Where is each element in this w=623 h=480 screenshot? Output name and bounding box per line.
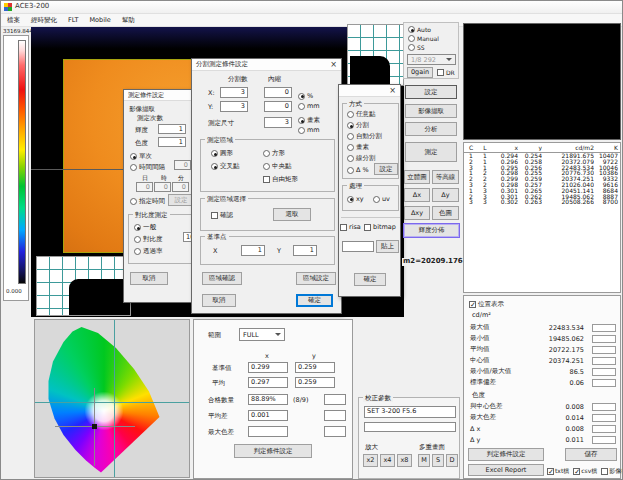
multi-s-button[interactable]: S [432,454,444,467]
menu-flt[interactable]: FLT [68,16,78,24]
luminance-dist-button[interactable]: 輝度分佈 [403,223,460,238]
radio-inset-percent[interactable]: % [298,92,313,100]
capture-button[interactable]: 影像擷取 [405,104,457,118]
dialog-measure-title[interactable]: 測定條件設定 [124,90,197,101]
radio-line-split[interactable]: 線分割 [347,154,376,163]
minute-field[interactable]: 0 [172,182,189,192]
radio-single[interactable]: 單次 [130,152,152,161]
dialog-split-title[interactable]: 分割測定條件設定 [192,59,341,71]
pick-button[interactable]: 選取 [273,208,311,221]
range-dropdown[interactable]: FULL [239,328,285,341]
contour-button[interactable]: 等高線 [432,170,459,184]
judge-settings-button[interactable]: 判定條件設定 [468,448,544,461]
colormap-button[interactable]: 色圖 [432,206,459,220]
checkbox-risa[interactable]: risa [340,223,361,231]
measure-cancel-button[interactable]: 取消 [130,272,168,285]
checkbox-csv-icon[interactable]: ✓ [573,468,580,475]
stat-label: 最大色差 [470,413,532,422]
zoom-x4-button[interactable]: x4 [380,454,395,467]
radio-pixel[interactable]: 畫素 [347,143,369,152]
paste-field[interactable] [342,241,374,252]
save-button[interactable]: 儲存 [565,448,617,461]
base-x-field[interactable]: 1 [241,245,265,256]
delta-y-button[interactable]: Δy [432,188,459,202]
zoom-x8-button[interactable]: x8 [397,454,412,467]
radio-square[interactable]: 方形 [263,149,285,158]
ref-x-field[interactable]: 0.299 [248,362,288,373]
analyze-button[interactable]: 分析 [405,122,457,136]
area-confirm-button[interactable]: 區域確認 [202,272,242,285]
close-icon[interactable]: × [386,86,399,96]
radio-scheduled[interactable]: 指定時間 [130,197,165,206]
measure-button[interactable]: 測定 [405,142,457,162]
radio-normal[interactable]: 一般 [134,223,156,232]
x-div-field[interactable]: 3 [220,87,248,98]
delta-x-button[interactable]: Δx [404,188,430,202]
close-icon[interactable]: × [327,60,340,70]
split-cancel-button[interactable]: 取消 [202,294,236,307]
area-set-button[interactable]: 區域設定 [296,272,336,285]
x-inset-field[interactable]: 0 [264,87,292,98]
view3d-button[interactable]: 立體圖 [404,170,430,184]
cie-diagram-panel[interactable] [34,319,190,478]
table-row[interactable]: 330.3020.26320508.2668700 [464,199,620,205]
ref-y-field[interactable]: 0.259 [295,362,335,373]
base-y-field[interactable]: 1 [293,245,317,256]
method-set-button[interactable]: 設定 [374,163,398,175]
col-k: K [594,144,620,151]
checkbox-txt-icon[interactable]: ✓ [547,468,554,475]
radio-auto-split[interactable]: 自動分割 [347,132,382,141]
radio-circle[interactable]: 圓形 [211,149,233,158]
checkbox-position-display[interactable]: ✓ 位置表示 [469,300,504,309]
radio-interval[interactable]: 時間間隔 [130,163,165,172]
day-field[interactable]: 0 [136,182,153,192]
multi-m-button[interactable]: M [418,454,430,467]
radio-center-point[interactable]: 中央點 [263,162,292,171]
menu-mobile[interactable]: Mobile [89,16,110,24]
menu-temporal-change[interactable]: 經時變化 [31,16,57,25]
set-button[interactable]: 設定 [405,85,457,99]
radio-ss[interactable]: SS [408,44,425,51]
shutter-dropdown[interactable]: 1/8 292 [407,54,456,65]
delta-xy-button[interactable]: Δxy [404,206,430,220]
paste-button[interactable]: 貼上 [376,240,399,253]
gain-button[interactable]: 0gain [407,67,433,78]
menu-file[interactable]: 檔案 [7,16,20,25]
checkbox-dr[interactable]: DR [437,69,455,76]
radio-split[interactable]: 分割 [347,121,369,130]
hour-field[interactable]: 0 [154,182,171,192]
radio-manual[interactable]: Manual [408,35,439,42]
calib-set-field[interactable]: SET 3-200 F5.6 [364,406,456,418]
avg-y-field[interactable]: 0.259 [295,377,335,388]
checkbox-confirm[interactable]: 確認 [211,211,233,220]
checkbox-free-rect[interactable]: 自由矩形 [263,175,298,184]
radio-uv[interactable]: uv [373,195,390,203]
split-ok-button[interactable]: 確定 [296,294,333,307]
avg-x-field[interactable]: 0.297 [248,377,288,388]
multi-d-button[interactable]: D [446,454,458,467]
lum-count-field[interactable]: 1 [158,124,186,134]
zoom-x2-button[interactable]: x2 [363,454,378,467]
radio-cross-point[interactable]: 交叉點 [211,162,240,171]
radio-contrast[interactable]: 對比度 [134,235,163,244]
xy-judge-button[interactable]: 判定條件設定 [234,444,312,458]
radio-xy[interactable]: xy [347,195,364,203]
radio-size-mm[interactable]: mm [298,126,320,134]
menu-help[interactable]: 幫助 [122,16,135,25]
radio-auto[interactable]: Auto [408,26,431,33]
radio-size-pixel[interactable]: 畫素 [298,116,320,125]
y-div-field[interactable]: 3 [220,101,248,112]
checkbox-bitmap[interactable]: bitmap [364,223,396,231]
radio-transmittance[interactable]: 透過率 [134,247,163,256]
excel-report-button[interactable]: Excel Report [468,464,544,476]
y-inset-field[interactable]: 0 [264,101,292,112]
interval-field[interactable]: 0 [174,160,191,170]
chroma-count-field[interactable]: 1 [158,137,186,147]
radio-delta-pct[interactable]: Δ % [347,166,369,174]
size-field[interactable]: 3 [264,117,292,128]
checkbox-imagefile-icon[interactable] [601,468,608,475]
calib-extra-field[interactable] [364,422,456,432]
radio-inset-mm[interactable]: mm [298,102,320,110]
method-ok-button[interactable]: 確定 [354,273,386,286]
radio-any-point[interactable]: 任意點 [347,110,376,119]
